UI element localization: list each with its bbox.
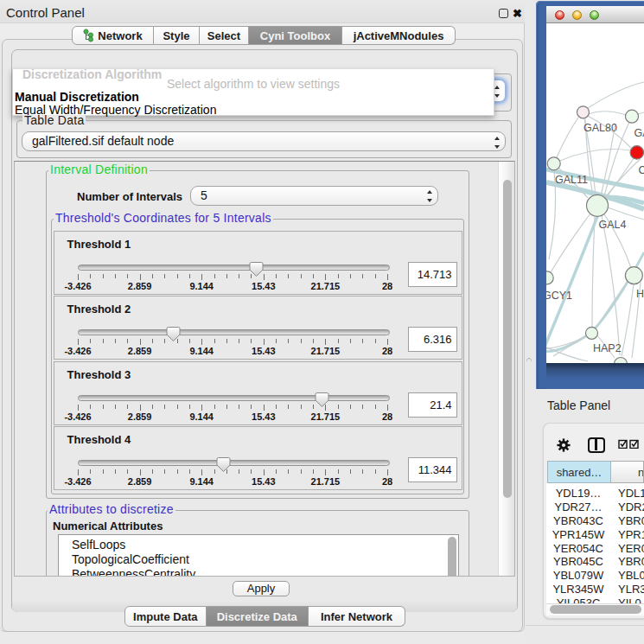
svg-text:GAL80: GAL80: [583, 122, 617, 134]
svg-text:HAP2: HAP2: [593, 342, 622, 354]
svg-text:GA: GA: [634, 127, 644, 139]
svg-text:GAL4: GAL4: [599, 219, 627, 231]
svg-text:C: C: [639, 164, 644, 176]
svg-text:H: H: [636, 288, 644, 300]
svg-text:GAL11: GAL11: [555, 174, 588, 186]
svg-text:GCY1: GCY1: [546, 290, 572, 302]
